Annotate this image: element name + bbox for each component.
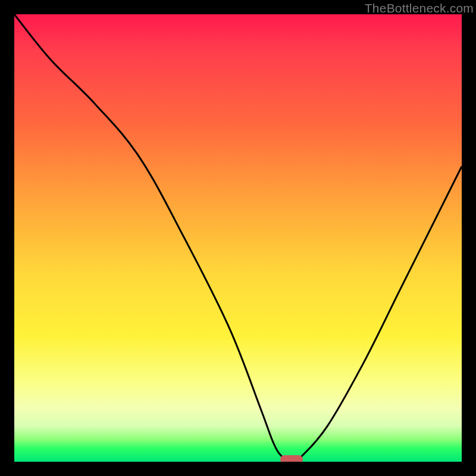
bottleneck-curve (14, 14, 462, 462)
chart-frame: TheBottleneck.com (0, 0, 476, 476)
plot-area (14, 14, 462, 462)
bottleneck-curve-path (14, 14, 462, 462)
optimal-marker (280, 455, 303, 462)
watermark-text: TheBottleneck.com (365, 1, 474, 15)
